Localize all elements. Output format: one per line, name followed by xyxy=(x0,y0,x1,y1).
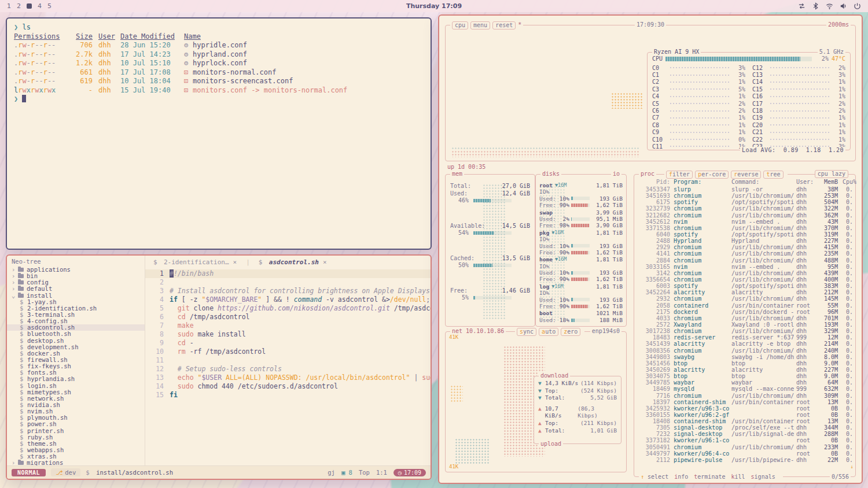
tab-asdcontrol-sh[interactable]: $asdcontrol.sh× xyxy=(241,258,331,266)
process-row-6040[interactable]: 6040spotify/opt/spotify/spotidhh319M0.2 xyxy=(638,231,852,238)
proc-terminate[interactable]: terminate xyxy=(694,474,725,480)
process-row-3050491[interactable]: 3050491chromium/usr/lib/chromium/dhh233M… xyxy=(638,444,852,450)
process-row-3034075[interactable]: 3034075btopbtopdhh9.0M0.0 xyxy=(638,373,852,379)
net-title: net 10.10.10.86 xyxy=(450,328,506,335)
process-row-4141[interactable]: 4141chromium/usr/lib/chromium/dhh235M0.0 xyxy=(638,250,852,257)
process-row-3449785[interactable]: 3449785waybarwaybardhh64M0.0 xyxy=(638,379,852,386)
process-row-3017238[interactable]: 3017238chromium/usr/lib/chromium/dhh329M… xyxy=(638,328,852,334)
process-row-3212682[interactable]: 3212682chromium/usr/lib/chromium/dhh362M… xyxy=(638,212,852,219)
process-row-2488[interactable]: 2488HyprlandHyprlanddhh227M0.1 xyxy=(638,238,852,244)
col-memb[interactable]: MemB xyxy=(817,179,840,185)
process-row-2884[interactable]: 2884chromium/usr/lib/chromium/dhh488M0.0 xyxy=(638,257,852,264)
tree-file-power-sh[interactable]: $power.sh xyxy=(7,421,145,427)
workspace-4[interactable]: 4 xyxy=(38,2,42,10)
proc-signals[interactable]: signals xyxy=(751,474,775,480)
proc-info[interactable]: info xyxy=(674,474,688,480)
io-label[interactable]: io xyxy=(611,171,621,178)
process-row-3449797[interactable]: 3449797kworker/u96:4-coroot0B0.0 xyxy=(638,450,852,457)
process-row-2929[interactable]: 2929chromium/usr/lib/chromium/dhh415M0.0 xyxy=(638,244,852,250)
tree-file-login-sh[interactable]: $login.sh xyxy=(7,383,145,389)
terminal-window[interactable]: ❯ ls PermissionsSizeUserDate ModifiedNam… xyxy=(6,17,432,250)
process-row-6175[interactable]: 6175spotify/opt/spotify/spotidhh504M0.1 xyxy=(638,199,852,205)
tree-dir-default[interactable]: ›default xyxy=(7,286,145,292)
proc-option-per-core[interactable]: per-core xyxy=(695,171,729,179)
process-row-7716[interactable]: 7716chromium/usr/lib/chromium/dhh309M0.0 xyxy=(638,393,852,399)
net-option-zero[interactable]: zero xyxy=(561,328,580,336)
process-row-3452264[interactable]: 3452264alacrittyalacrittydhh212M0.0 xyxy=(638,289,852,295)
process-row-3008356[interactable]: 3008356chromium/usr/lib/chromium/dhh240M… xyxy=(638,347,852,354)
net-option-auto[interactable]: auto xyxy=(539,328,558,336)
process-section: proc filterper-corereversetree cpu lazy … xyxy=(634,174,856,477)
process-row-3371538[interactable]: 3371538chromium/usr/lib/chromium/dhh370M… xyxy=(638,225,852,231)
shell-script-icon: $ xyxy=(20,331,25,337)
wifi-icon[interactable] xyxy=(826,2,833,10)
process-row-2058[interactable]: 2058containerd/usr/bin/containerroot55M0… xyxy=(638,302,852,309)
tree-file-hyprlandia-sh[interactable]: $hyprlandia.sh xyxy=(7,376,145,382)
tree-dir-migrations[interactable]: ›migrations xyxy=(7,460,145,465)
col-program[interactable]: Program: xyxy=(674,179,731,185)
process-row-7305[interactable]: 7305signal-desktop/proc/self/exe --tdhh3… xyxy=(638,424,852,431)
btop-window[interactable]: cpumenureset* 17:09:30 2000ms Ryzen AI 9… xyxy=(438,14,863,484)
proc-select[interactable]: ↑ select xyxy=(641,474,668,480)
neovim-window[interactable]: Neo-tree ›applications›bin›config›defaul… xyxy=(6,254,432,480)
process-row-4033[interactable]: 4033chromium/usr/lib/chromium/dhh701M0.0 xyxy=(638,315,852,321)
tree-file-bluetooth-sh[interactable]: $bluetooth.sh xyxy=(7,331,145,337)
process-row-18469[interactable]: 18469mysqldmysqld --max-conne999632M0.0 xyxy=(638,386,852,392)
tab-2-identification[interactable]: $2-identification…× xyxy=(149,258,241,266)
net-interface[interactable]: enp194s0 xyxy=(590,328,621,335)
arrows-swap-icon[interactable] xyxy=(798,2,806,10)
close-icon[interactable]: × xyxy=(233,258,237,266)
tree-file-printer-sh[interactable]: $printer.sh xyxy=(7,428,145,434)
process-row-3452612[interactable]: 3452612nvimnvim --embed .dhh43M0.0 xyxy=(638,219,852,225)
proc-option-reverse[interactable]: reverse xyxy=(731,171,761,179)
process-row-18397[interactable]: 18397containerd-shim/usr/bin/containerro… xyxy=(638,399,852,405)
process-row-2175[interactable]: 2175dockerd/usr/bin/dockerd -root96M0.0 xyxy=(638,309,852,315)
code-area[interactable]: 1#!/bin/bash23# Install asdcontrol for c… xyxy=(145,268,431,465)
cpu-label: CPU xyxy=(652,56,663,62)
col-pid[interactable]: Pid: xyxy=(638,179,674,185)
update-interval[interactable]: 2000ms xyxy=(826,21,851,28)
scroll-down-indicator[interactable]: ↓ xyxy=(851,464,854,469)
process-row-7232[interactable]: 7232signal-desktop/usr/lib/signal-dedhh2… xyxy=(638,431,852,437)
process-row-3232739[interactable]: 3232739chromium/usr/lib/chromium/dhh322M… xyxy=(638,205,852,212)
shell-prompt-line[interactable]: ❯ xyxy=(14,95,424,104)
process-row-18483[interactable]: 18483redis-serverredis-server *:63799912… xyxy=(638,334,852,341)
net-option-sync[interactable]: sync xyxy=(517,328,536,336)
top-bar: 1245 Thursday 17:09 xyxy=(0,0,868,12)
process-row-3360155[interactable]: 3360155kworker/u96:2-gfroot0B0.0 xyxy=(638,412,852,418)
sort-column[interactable]: cpu lazy xyxy=(815,170,848,178)
process-row-2932[interactable]: 2932chromium/usr/lib/chromium/dhh145M0.0 xyxy=(638,295,852,302)
volume-icon[interactable] xyxy=(840,2,847,10)
process-row-3451456[interactable]: 3451456btopbtopdhh9.0M0.0 xyxy=(638,360,852,367)
workspace-5[interactable]: 5 xyxy=(47,2,52,10)
bluetooth-icon[interactable] xyxy=(812,2,819,10)
process-row-3356654[interactable]: 3356654chromium/usr/lib/chromium/dhh400M… xyxy=(638,276,852,283)
process-row-3373182[interactable]: 3373182kworker/u96:1-coroot0B0.0 xyxy=(638,437,852,443)
process-row-3142[interactable]: 3142chromium/usr/lib/chromium/dhh439M0.0 xyxy=(638,270,852,276)
col-command[interactable]: Command: xyxy=(731,179,796,185)
process-row-3451693[interactable]: 3451693chromium/usr/lib/chromium/dhh253M… xyxy=(638,193,852,199)
workspace-3[interactable] xyxy=(27,3,32,9)
btop-tab-cpu[interactable]: cpu xyxy=(452,21,468,29)
process-row-3449803[interactable]: 3449803swaybgswaybg -i /home/dhdhh8.0M0.… xyxy=(638,354,852,360)
proc-kill[interactable]: kill xyxy=(731,474,745,480)
workspace-1[interactable]: 1 xyxy=(7,2,11,10)
btop-tab-menu[interactable]: menu xyxy=(470,21,490,29)
process-row-6003[interactable]: 6003spotify/opt/spotify/spotidhh383M0.0 xyxy=(638,283,852,289)
process-row-3450269[interactable]: 3450269alacrittyalacrittydhh227M0.0 xyxy=(638,367,852,373)
col-cpu[interactable]: Cpu% xyxy=(840,179,856,185)
process-row-2112[interactable]: 2112pipewire-pulse/usr/lib/pipewire-dhh2… xyxy=(638,457,852,463)
process-row-3425932[interactable]: 3425932kworker/u96:3-coroot0B0.0 xyxy=(638,405,852,412)
proc-option-tree[interactable]: tree xyxy=(763,171,783,179)
btop-tab-reset[interactable]: reset xyxy=(492,21,516,29)
power-icon[interactable] xyxy=(854,2,861,10)
workspace-2[interactable]: 2 xyxy=(17,2,21,10)
close-icon[interactable]: × xyxy=(323,258,327,266)
process-row-3453347[interactable]: 3453347slurpslurp -ordhh38M0.0 xyxy=(638,186,852,193)
process-row-3033165[interactable]: 3033165nvimnvim --embed .dhh95M0.0 xyxy=(638,264,852,270)
proc-option-filter[interactable]: filter xyxy=(666,171,693,179)
process-row-18408[interactable]: 18408containerd-shim/usr/bin/containerro… xyxy=(638,418,852,424)
process-row-3451439[interactable]: 3451439alacrittyalacritty -e btopdhh214M… xyxy=(638,341,852,347)
col-user[interactable]: User: xyxy=(796,179,817,185)
process-row-2572[interactable]: 2572XwaylandXwayland :0 -rootldhh193M0.0 xyxy=(638,321,852,328)
